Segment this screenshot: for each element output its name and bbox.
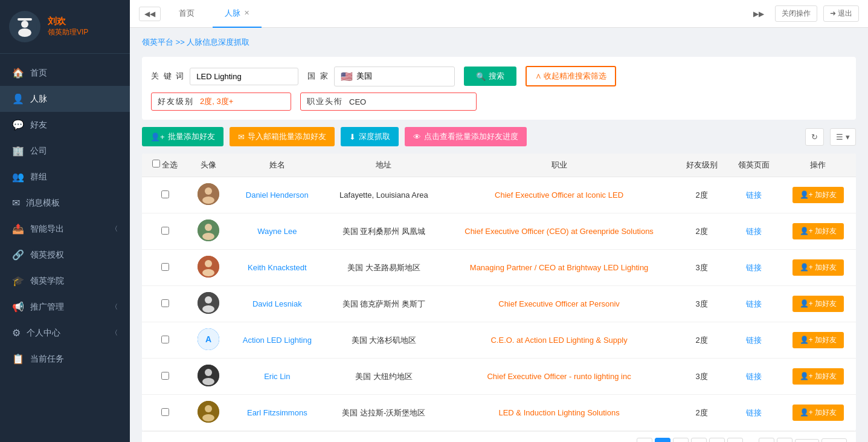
linkedin-link[interactable]: 链接 xyxy=(728,322,780,359)
close-ops-button[interactable]: 关闭操作 xyxy=(775,5,817,22)
page-3-button[interactable]: 3 xyxy=(691,438,707,442)
sidebar-item-home[interactable]: 🏠 首页 xyxy=(0,60,130,86)
sidebar-item-profile-label: 个人中心 xyxy=(27,328,60,339)
col-linkedin: 领英页面 xyxy=(728,154,780,177)
linkedin-link[interactable]: 链接 xyxy=(728,286,780,322)
home-icon: 🏠 xyxy=(12,67,24,79)
job-title-input[interactable] xyxy=(349,97,470,106)
add-friend-button[interactable]: 👤+ 加好友 xyxy=(792,223,844,239)
contact-name[interactable]: Action LED Lighting xyxy=(230,322,325,359)
sidebar-item-tasks[interactable]: 📋 当前任务 xyxy=(0,346,130,372)
col-level: 好友级别 xyxy=(675,154,728,177)
linkedin-link[interactable]: 链接 xyxy=(728,395,780,431)
contact-name[interactable]: Daniel Henderson xyxy=(230,177,325,213)
sidebar-item-profile[interactable]: ⚙ 个人中心 〈 xyxy=(0,320,130,346)
page-jump-button[interactable]: 跳转 xyxy=(821,438,847,443)
contact-name[interactable]: Wayne Lee xyxy=(230,213,325,250)
sidebar-item-export[interactable]: 📤 智能导出 〈 xyxy=(0,216,130,242)
sidebar-item-contacts[interactable]: 👤 人脉 xyxy=(0,86,130,112)
job-title-label: 职业头衔 xyxy=(307,96,343,107)
sidebar-item-messages[interactable]: ✉ 消息模板 xyxy=(0,190,130,216)
contact-job: C.E.O. at Action LED Lighting & Supply xyxy=(443,322,675,359)
sidebar-item-promote-label: 推广管理 xyxy=(30,302,64,313)
friend-level: 2度 xyxy=(675,395,728,431)
row-checkbox[interactable] xyxy=(161,263,169,271)
add-icon: 👤+ xyxy=(150,132,165,141)
row-checkbox[interactable] xyxy=(161,299,169,307)
contact-name[interactable]: Eric Lin xyxy=(230,359,325,395)
layout-button[interactable]: ☰ ▾ xyxy=(830,128,856,146)
page-2-button[interactable]: 2 xyxy=(673,438,689,442)
page-jump-input[interactable] xyxy=(795,439,819,442)
sidebar-item-auth[interactable]: 🔗 领英授权 xyxy=(0,242,130,268)
add-friend-button[interactable]: 👤+ 加好友 xyxy=(792,332,844,348)
page-4-button[interactable]: 4 xyxy=(709,438,725,442)
table-row: Wayne Lee美国 亚利桑那州 凤凰城Chief Executive Off… xyxy=(142,213,856,250)
logout-button[interactable]: ➜ 退出 xyxy=(823,5,859,22)
add-friend-button[interactable]: 👤+ 加好友 xyxy=(792,296,844,312)
deep-fetch-button[interactable]: ⬇ 深度抓取 xyxy=(341,127,399,146)
contact-name[interactable]: David Lesniak xyxy=(230,286,325,322)
sidebar-item-promote[interactable]: 📢 推广管理 〈 xyxy=(0,294,130,320)
linkedin-link[interactable]: 链接 xyxy=(728,213,780,250)
contact-name[interactable]: Earl Fitzsimmons xyxy=(230,395,325,431)
sidebar-profile: 刘欢 领英助理VIP xyxy=(0,0,130,54)
friend-level-input[interactable] xyxy=(200,97,285,106)
linkedin-link[interactable]: 链接 xyxy=(728,177,780,213)
page-5-button[interactable]: 5 xyxy=(727,438,743,442)
auth-icon: 🔗 xyxy=(12,249,24,261)
svg-point-6 xyxy=(202,197,214,204)
country-select[interactable]: 🇺🇸 美国 xyxy=(334,67,455,86)
page-prev-button[interactable]: ‹ xyxy=(637,438,652,442)
contact-address: 美国 达拉斯-沃斯堡地区 xyxy=(325,395,443,431)
linkedin-link[interactable]: 链接 xyxy=(728,250,780,286)
sidebar-item-groups-label: 群组 xyxy=(30,172,47,183)
add-friend-button[interactable]: 👤+ 加好友 xyxy=(792,187,844,203)
tab-home[interactable]: 首页 xyxy=(167,0,207,28)
sidebar-item-groups[interactable]: 👥 群组 xyxy=(0,164,130,190)
page-309-button[interactable]: 309 xyxy=(759,438,774,442)
view-progress-button[interactable]: 👁 点击查看批量添加好友进度 xyxy=(405,127,527,146)
row-checkbox[interactable] xyxy=(161,336,169,343)
batch-add-button[interactable]: 👤+ 批量添加好友 xyxy=(142,127,223,146)
keyword-input[interactable] xyxy=(190,68,298,85)
download-icon: ⬇ xyxy=(349,132,356,141)
friends-icon: 💬 xyxy=(12,119,24,131)
next-nav-button[interactable]: ▶▶ xyxy=(748,7,769,21)
sidebar-item-contacts-label: 人脉 xyxy=(30,94,47,105)
tab-close-icon[interactable]: ✕ xyxy=(244,9,249,17)
add-friend-button[interactable]: 👤+ 加好友 xyxy=(792,405,844,421)
add-friend-button[interactable]: 👤+ 加好友 xyxy=(792,368,844,385)
row-checkbox[interactable] xyxy=(161,190,169,198)
row-checkbox[interactable] xyxy=(161,227,169,235)
svg-point-2 xyxy=(21,21,28,28)
filter-row: 好友级别 职业头衔 xyxy=(151,93,847,111)
refresh-button[interactable]: ↻ xyxy=(805,128,824,146)
prev-nav-button[interactable]: ◀◀ xyxy=(139,7,161,21)
row-checkbox[interactable] xyxy=(161,408,169,416)
breadcrumb-link[interactable]: 领英平台 xyxy=(142,37,173,47)
sidebar-item-friends[interactable]: 💬 好友 xyxy=(0,112,130,138)
col-select: 全选 xyxy=(142,154,188,177)
sidebar-item-company[interactable]: 🏢 公司 xyxy=(0,138,130,164)
groups-icon: 👥 xyxy=(12,171,24,183)
avatar xyxy=(198,183,219,205)
sidebar-item-academy[interactable]: 🎓 领英学院 xyxy=(0,268,130,294)
add-friend-button[interactable]: 👤+ 加好友 xyxy=(792,259,844,276)
sidebar-item-export-label: 智能导出 xyxy=(30,224,64,235)
svg-point-23 xyxy=(202,414,214,421)
row-checkbox[interactable] xyxy=(161,372,169,380)
action-bar: 👤+ 批量添加好友 ✉ 导入邮箱批量添加好友 ⬇ 深度抓取 👁 点击查看批量添加… xyxy=(142,127,856,146)
contact-name[interactable]: Keith Knackstedt xyxy=(230,250,325,286)
page-next-button[interactable]: › xyxy=(777,438,792,442)
search-button[interactable]: 🔍 搜索 xyxy=(464,67,516,86)
sidebar: 刘欢 领英助理VIP 🏠 首页 👤 人脉 💬 好友 🏢 公司 👥 群组 ✉ 消息… xyxy=(0,0,130,442)
select-all-checkbox[interactable] xyxy=(152,160,160,167)
linkedin-link[interactable]: 链接 xyxy=(728,359,780,395)
tab-contacts[interactable]: 人脉 ✕ xyxy=(213,0,262,28)
avatar xyxy=(198,292,219,314)
contact-job: Chief Executive Officer at Iconic LED xyxy=(443,177,675,213)
page-1-button[interactable]: 1 xyxy=(655,438,670,442)
filter-toggle-button[interactable]: ∧ 收起精准搜索筛选 xyxy=(526,66,617,86)
import-email-button[interactable]: ✉ 导入邮箱批量添加好友 xyxy=(230,127,335,146)
